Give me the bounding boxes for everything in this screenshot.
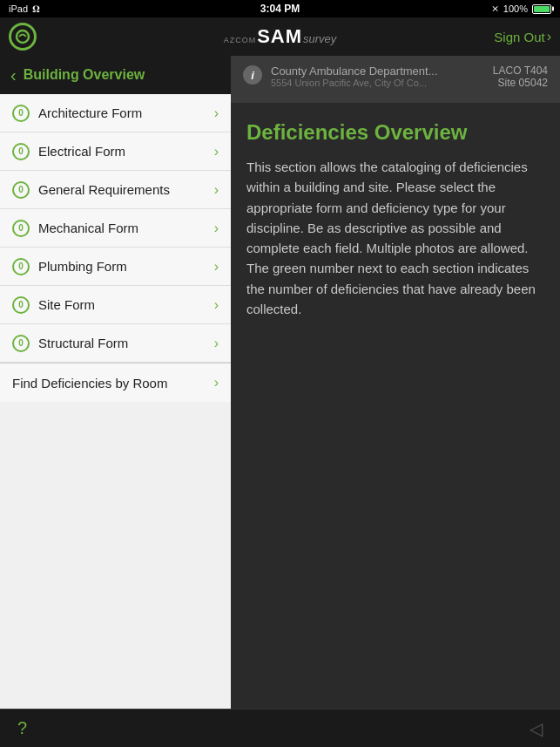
deficiencies-text: This section allows the cataloging of de…: [246, 157, 544, 319]
location-code-line1: LACO T404: [493, 65, 548, 77]
sidebar: ‹ Building Overview 0 Architecture Form …: [0, 56, 231, 709]
sidebar-title: Building Overview: [24, 67, 145, 83]
find-deficiencies-chevron-icon: ›: [214, 375, 219, 390]
sidebar-item-architecture[interactable]: 0 Architecture Form ›: [0, 94, 231, 132]
structural-badge: 0: [12, 335, 30, 352]
battery-percent: 100%: [503, 3, 528, 14]
main-layout: ‹ Building Overview 0 Architecture Form …: [0, 56, 560, 709]
location-name: County Ambulance Department...: [271, 65, 484, 78]
azcom-label: AZCOM: [224, 36, 257, 44]
location-code: LACO T404 Site 05042: [493, 65, 548, 89]
battery-fill: [534, 6, 550, 12]
wifi-icon: 𝛀: [32, 3, 40, 15]
sign-out-button[interactable]: Sign Out ›: [494, 29, 551, 44]
back-navigation-icon[interactable]: ◁: [530, 718, 543, 739]
sam-label: SAM: [257, 25, 302, 48]
plumbing-chevron-icon: ›: [214, 259, 219, 275]
help-icon[interactable]: ?: [17, 718, 27, 738]
nav-bar: AZCOM SAM survey Sign Out ›: [0, 17, 560, 56]
find-deficiencies-label: Find Deficiencies by Room: [12, 376, 214, 390]
tab-bar: ? ◁: [0, 709, 560, 747]
location-code-line2: Site 05042: [493, 77, 548, 89]
content-header: i County Ambulance Department... 5554 Un…: [231, 56, 560, 103]
sidebar-item-electrical[interactable]: 0 Electrical Form ›: [0, 132, 231, 171]
sidebar-item-mechanical[interactable]: 0 Mechanical Form ›: [0, 209, 231, 248]
structural-label: Structural Form: [38, 336, 214, 350]
electrical-label: Electrical Form: [38, 144, 214, 159]
survey-label: survey: [303, 32, 336, 45]
sidebar-item-plumbing[interactable]: 0 Plumbing Form ›: [0, 248, 231, 286]
device-label: iPad: [9, 3, 28, 14]
mechanical-label: Mechanical Form: [38, 221, 214, 235]
architecture-label: Architecture Form: [38, 105, 214, 120]
battery-icon: [532, 4, 551, 14]
sign-out-label: Sign Out: [494, 30, 544, 44]
site-badge: 0: [12, 296, 30, 314]
location-address: 5554 Union Pacific Ave, City Of Co...: [271, 78, 484, 88]
plumbing-label: Plumbing Form: [38, 259, 214, 274]
architecture-chevron-icon: ›: [214, 105, 219, 121]
svg-point-0: [17, 31, 29, 43]
plumbing-badge: 0: [12, 258, 30, 275]
sidebar-item-site[interactable]: 0 Site Form ›: [0, 286, 231, 324]
info-icon: i: [243, 65, 262, 85]
mechanical-badge: 0: [12, 220, 30, 237]
status-time: 3:04 PM: [260, 3, 300, 15]
content-area: i County Ambulance Department... 5554 Un…: [231, 56, 560, 709]
electrical-chevron-icon: ›: [214, 144, 219, 160]
general-chevron-icon: ›: [214, 182, 219, 198]
find-deficiencies-item[interactable]: Find Deficiencies by Room ›: [0, 363, 231, 402]
mechanical-chevron-icon: ›: [214, 221, 219, 236]
status-right: ⨯ 100%: [491, 3, 551, 15]
sign-out-chevron-icon: ›: [547, 29, 551, 44]
status-bar: iPad 𝛀 3:04 PM ⨯ 100%: [0, 0, 560, 17]
general-label: General Requirements: [38, 182, 214, 197]
site-chevron-icon: ›: [214, 297, 219, 313]
electrical-badge: 0: [12, 143, 30, 160]
bluetooth-icon: ⨯: [491, 3, 499, 15]
sidebar-header: ‹ Building Overview: [0, 56, 231, 94]
sidebar-list: 0 Architecture Form › 0 Electrical Form …: [0, 94, 231, 709]
app-logo: [9, 23, 37, 51]
architecture-badge: 0: [12, 105, 30, 122]
content-body: Deficiencies Overview This section allow…: [231, 103, 560, 709]
sidebar-item-structural[interactable]: 0 Structural Form ›: [0, 324, 231, 363]
sidebar-item-general[interactable]: 0 General Requirements ›: [0, 171, 231, 209]
deficiencies-title: Deficiencies Overview: [246, 120, 544, 145]
back-chevron-icon[interactable]: ‹: [10, 65, 17, 85]
structural-chevron-icon: ›: [214, 336, 219, 351]
site-label: Site Form: [38, 297, 214, 312]
general-badge: 0: [12, 181, 30, 199]
nav-title: AZCOM SAM survey: [224, 25, 337, 48]
status-left: iPad 𝛀: [9, 3, 40, 15]
location-info: County Ambulance Department... 5554 Unio…: [271, 65, 484, 88]
